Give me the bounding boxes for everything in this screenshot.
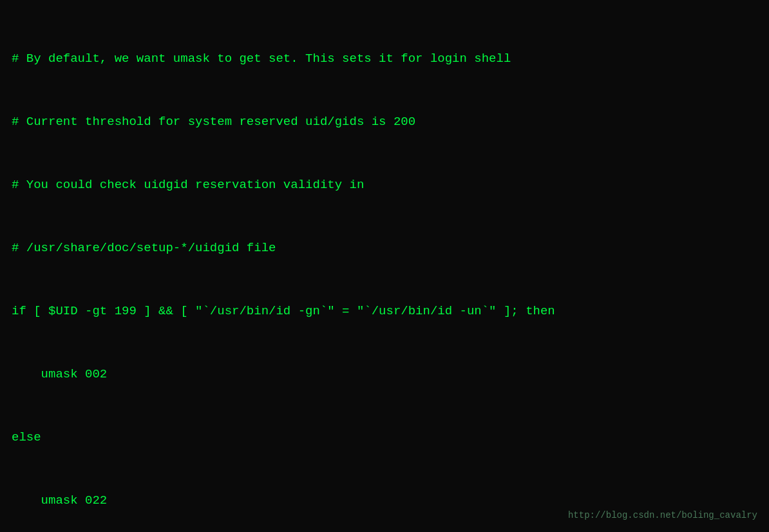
code-line-2: # Current threshold for system reserved … xyxy=(12,111,757,133)
terminal-window: # By default, we want umask to get set. … xyxy=(0,0,769,532)
code-line-6: umask 002 xyxy=(12,364,757,385)
code-content: # By default, we want umask to get set. … xyxy=(12,6,757,532)
code-line-3: # You could check uidgid reservation val… xyxy=(12,175,757,196)
watermark: http://blog.csdn.net/boling_cavalry xyxy=(568,510,757,520)
code-line-1: # By default, we want umask to get set. … xyxy=(12,48,757,70)
code-line-5: if [ $UID -gt 199 ] && [ "`/usr/bin/id -… xyxy=(12,301,757,322)
code-line-7: else xyxy=(12,427,757,448)
code-line-4: # /usr/share/doc/setup-*/uidgid file xyxy=(12,238,757,259)
code-line-8: umask 022 xyxy=(12,490,757,511)
